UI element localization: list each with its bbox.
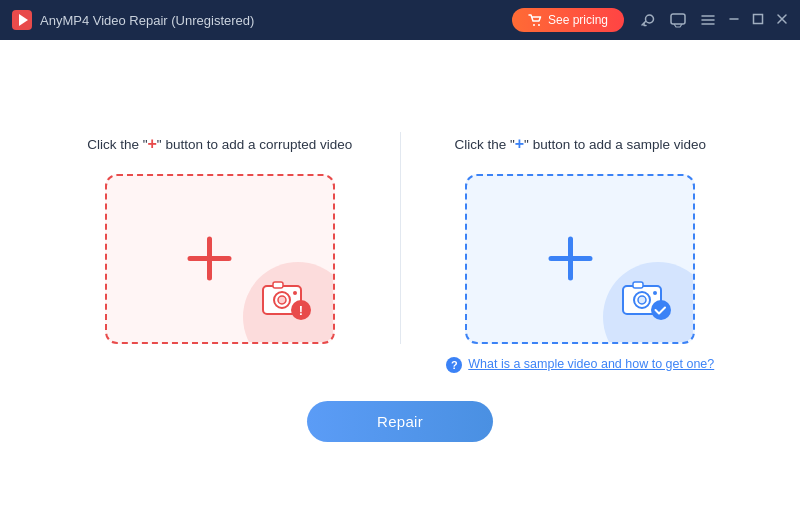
cart-icon (528, 14, 542, 26)
corrupted-plus-icon (180, 229, 240, 289)
svg-point-8 (278, 296, 286, 304)
sample-panel: Click the "+" button to add a sample vid… (401, 132, 761, 374)
sample-drop-zone[interactable] (465, 174, 695, 344)
sample-video-help-link[interactable]: What is a sample video and how to get on… (468, 356, 714, 374)
corrupted-camera-icon: ! (261, 276, 313, 324)
menu-icon[interactable] (700, 12, 716, 28)
sample-plus-icon (540, 229, 600, 289)
svg-rect-4 (671, 14, 685, 24)
panels-container: Click the "+" button to add a corrupted … (40, 132, 760, 374)
app-logo (12, 10, 32, 30)
svg-point-18 (651, 300, 671, 320)
svg-rect-16 (633, 282, 643, 288)
corrupted-drop-zone[interactable]: ! (105, 174, 335, 344)
corrupted-instruction: Click the "+" button to add a corrupted … (87, 132, 352, 156)
svg-point-3 (538, 24, 540, 26)
sample-camera-icon (621, 276, 673, 324)
key-icon[interactable] (640, 12, 656, 28)
repair-button[interactable]: Repair (307, 401, 493, 442)
help-icon: ? (446, 357, 462, 373)
minimize-button[interactable] (728, 13, 740, 27)
window-controls (728, 13, 788, 27)
message-icon[interactable] (670, 12, 686, 28)
title-bar-actions (640, 12, 716, 28)
svg-rect-5 (754, 15, 763, 24)
repair-btn-container: Repair (307, 401, 493, 442)
sample-plus-symbol: + (515, 135, 524, 152)
sample-instruction: Click the "+" button to add a sample vid… (454, 132, 706, 156)
main-content: Click the "+" button to add a corrupted … (0, 40, 800, 524)
svg-point-17 (653, 291, 657, 295)
svg-rect-9 (273, 282, 283, 288)
see-pricing-button[interactable]: See pricing (512, 8, 624, 32)
help-link-container: ? What is a sample video and how to get … (446, 356, 714, 374)
svg-point-2 (533, 24, 535, 26)
title-bar: AnyMP4 Video Repair (Unregistered) See p… (0, 0, 800, 40)
close-button[interactable] (776, 13, 788, 27)
corrupted-panel: Click the "+" button to add a corrupted … (40, 132, 401, 344)
corrupted-plus-symbol: + (148, 135, 157, 152)
svg-point-15 (638, 296, 646, 304)
svg-point-10 (293, 291, 297, 295)
app-title: AnyMP4 Video Repair (Unregistered) (40, 13, 512, 28)
svg-text:!: ! (299, 302, 303, 317)
maximize-button[interactable] (752, 13, 764, 27)
